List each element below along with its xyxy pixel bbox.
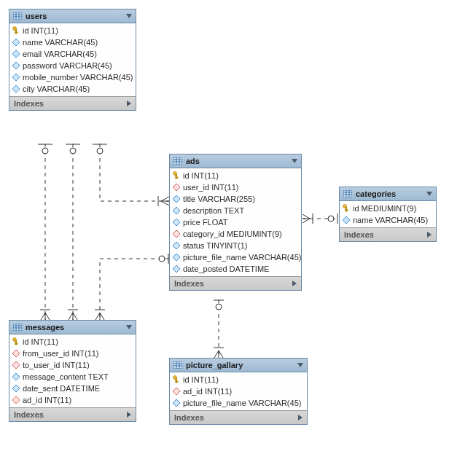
column-row[interactable]: id MEDIUMINT(9) [340, 203, 436, 214]
diamond-icon [12, 62, 20, 69]
col-label: picture_file_name VARCHAR(45) [183, 399, 301, 407]
column-row[interactable]: name VARCHAR(45) [9, 36, 136, 48]
col-label: email VARCHAR(45) [23, 50, 97, 58]
col-label: user_id INT(11) [183, 183, 238, 192]
diamond-icon [12, 74, 20, 81]
column-row[interactable]: ad_id INT(11) [9, 394, 136, 406]
column-row[interactable]: id INT(11) [170, 170, 301, 181]
column-row[interactable]: mobile_number VARCHAR(45) [9, 71, 136, 83]
entity-footer[interactable]: Indexes [170, 276, 301, 290]
key-icon [12, 26, 20, 35]
diamond-icon [173, 254, 180, 261]
svg-rect-52 [343, 190, 352, 197]
diamond-icon [173, 242, 180, 249]
footer-label: Indexes [344, 230, 374, 239]
chevron-right-icon [127, 412, 131, 418]
column-row[interactable]: picture_file_name VARCHAR(45) [170, 397, 307, 409]
column-row[interactable]: description TEXT [170, 205, 301, 216]
column-row[interactable]: from_user_id INT(11) [9, 348, 136, 359]
chevron-right-icon [427, 232, 432, 238]
svg-rect-43 [15, 32, 17, 33]
col-label: password VARCHAR(45) [23, 61, 112, 70]
column-row[interactable]: category_id MEDIUMINT(9) [170, 228, 301, 240]
svg-rect-67 [15, 343, 17, 344]
column-row[interactable]: to_user_id INT(11) [9, 359, 136, 371]
column-row[interactable]: picture_file_name VARCHAR(45) [170, 251, 301, 263]
entity-columns: id INT(11) from_user_id INT(11) to_user_… [9, 334, 136, 407]
column-row[interactable]: status TINYINT(1) [170, 240, 301, 251]
diamond-icon [173, 195, 180, 203]
diamond-icon [173, 265, 180, 273]
column-row[interactable]: password VARCHAR(45) [9, 60, 136, 71]
diamond-fk-icon [173, 230, 180, 238]
col-label: price FLOAT [183, 218, 228, 227]
chevron-down-icon[interactable] [126, 325, 132, 329]
col-label: title VARCHAR(255) [183, 195, 255, 203]
col-label: date_sent DATETIME [23, 384, 100, 393]
svg-line-24 [303, 214, 310, 219]
entity-box[interactable]: ads id INT(11) user_id INT(11) title VAR… [169, 154, 302, 291]
column-row[interactable]: id INT(11) [9, 336, 136, 348]
table-icon [343, 190, 352, 197]
col-label: to_user_id INT(11) [23, 361, 90, 369]
column-row[interactable]: id INT(11) [9, 25, 136, 36]
diamond-fk-icon [173, 184, 180, 191]
entity-header[interactable]: categories [340, 187, 436, 201]
column-row[interactable]: name VARCHAR(45) [340, 214, 436, 226]
chevron-down-icon[interactable] [126, 14, 132, 18]
col-label: date_posted DATETIME [183, 265, 269, 273]
footer-label: Indexes [14, 410, 44, 419]
entity-columns: id INT(11) user_id INT(11) title VARCHAR… [170, 168, 301, 276]
entity-box[interactable]: categories id MEDIUMINT(9) name VARCHAR(… [339, 187, 437, 242]
table-icon [13, 324, 22, 331]
svg-point-29 [328, 216, 334, 222]
diamond-icon [343, 216, 350, 224]
entity-header[interactable]: messages [9, 321, 136, 334]
footer-label: Indexes [174, 413, 204, 422]
column-row[interactable]: title VARCHAR(255) [170, 193, 301, 205]
column-row[interactable]: date_sent DATETIME [9, 383, 136, 394]
entity-header[interactable]: ads [170, 154, 301, 168]
column-row[interactable]: ad_id INT(11) [170, 385, 307, 397]
entity-header[interactable]: picture_gallary [170, 359, 307, 372]
diamond-icon [173, 399, 180, 407]
chevron-down-icon[interactable] [426, 192, 432, 196]
diamond-icon [173, 219, 180, 226]
chevron-down-icon[interactable] [297, 363, 303, 367]
entity-footer[interactable]: Indexes [9, 96, 136, 110]
chevron-right-icon [292, 281, 297, 286]
diamond-fk-icon [12, 396, 20, 404]
entity-footer[interactable]: Indexes [170, 410, 307, 424]
col-label: id INT(11) [183, 375, 219, 384]
column-row[interactable]: user_id INT(11) [170, 181, 301, 193]
svg-point-19 [159, 256, 165, 262]
svg-rect-68 [173, 361, 182, 369]
svg-rect-60 [13, 324, 22, 331]
column-row[interactable]: email VARCHAR(45) [9, 48, 136, 60]
entity-columns: id MEDIUMINT(9) name VARCHAR(45) [340, 201, 436, 227]
entity-box[interactable]: users id INT(11) name VARCHAR(45) email … [9, 9, 136, 111]
entity-footer[interactable]: Indexes [340, 227, 436, 241]
key-icon [173, 375, 180, 384]
column-row[interactable]: city VARCHAR(45) [9, 83, 136, 95]
entity-header[interactable]: users [9, 9, 136, 23]
svg-line-22 [100, 313, 104, 320]
entity-title: picture_gallary [186, 361, 294, 369]
footer-label: Indexes [14, 99, 44, 108]
diamond-icon [12, 50, 20, 58]
col-label: id INT(11) [183, 171, 219, 180]
svg-line-16 [73, 313, 77, 320]
column-row[interactable]: date_posted DATETIME [170, 263, 301, 275]
svg-rect-51 [176, 177, 178, 178]
table-icon [13, 12, 22, 20]
column-row[interactable]: message_content TEXT [9, 371, 136, 383]
diamond-fk-icon [12, 361, 20, 369]
entity-box[interactable]: picture_gallary id INT(11) ad_id INT(11)… [169, 358, 308, 425]
chevron-down-icon[interactable] [292, 159, 297, 163]
entity-footer[interactable]: Indexes [9, 407, 136, 421]
entity-box[interactable]: messages id INT(11) from_user_id INT(11)… [9, 320, 136, 422]
key-icon [343, 204, 350, 213]
column-row[interactable]: id INT(11) [170, 374, 307, 385]
column-row[interactable]: price FLOAT [170, 216, 301, 228]
svg-point-1 [97, 148, 103, 154]
